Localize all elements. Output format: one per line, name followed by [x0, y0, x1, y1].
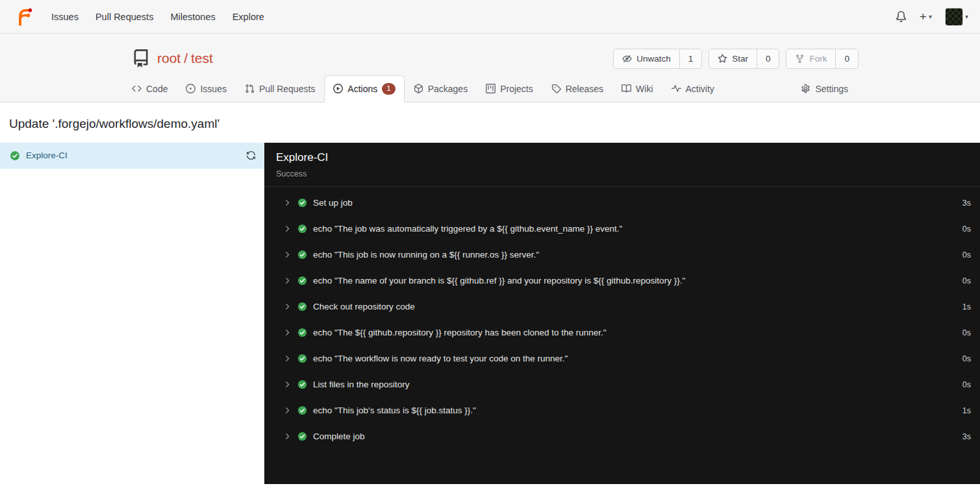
step-row[interactable]: Complete job 3s	[264, 424, 980, 450]
book-icon	[622, 84, 631, 93]
unwatch-label: Unwatch	[636, 54, 671, 64]
chevron-right-icon[interactable]	[283, 328, 292, 337]
play-circle-icon	[333, 84, 343, 93]
step-name: Set up job	[313, 198, 353, 208]
chevron-right-icon[interactable]	[283, 302, 292, 311]
step-row[interactable]: List files in the repository 0s	[264, 372, 980, 398]
package-icon	[414, 84, 423, 93]
step-list: Set up job 3s echo "The job was automati…	[264, 187, 980, 450]
notifications-button[interactable]	[896, 11, 907, 22]
avatar	[945, 8, 963, 26]
star-button-group: Star 0	[709, 49, 779, 69]
check-circle-icon	[297, 302, 307, 311]
step-row[interactable]: Set up job 3s	[264, 190, 980, 216]
tab-releases[interactable]: Releases	[542, 76, 612, 102]
chevron-right-icon[interactable]	[283, 199, 292, 207]
log-job-status: Success	[276, 169, 968, 178]
top-navbar: Issues Pull Requests Milestones Explore …	[0, 0, 980, 34]
chevron-right-icon[interactable]	[283, 380, 292, 389]
caret-down-icon: ▾	[965, 13, 968, 20]
stars-count[interactable]: 0	[757, 49, 779, 68]
check-circle-icon	[297, 224, 307, 234]
star-button[interactable]: Star	[709, 49, 757, 68]
tab-projects[interactable]: Projects	[477, 76, 542, 102]
step-row[interactable]: Check out repository code 1s	[264, 294, 980, 320]
repo-path-separator: /	[181, 51, 191, 66]
step-duration: 3s	[962, 199, 971, 208]
repo-name-link[interactable]: test	[191, 51, 213, 66]
tag-icon	[551, 84, 561, 93]
step-duration: 1s	[962, 302, 971, 311]
plus-icon: +	[920, 10, 927, 23]
repo-action-buttons: Unwatch 1 Star 0	[613, 49, 859, 69]
caret-down-icon: ▾	[929, 13, 932, 20]
step-name: echo "This job is now running on a ${{ r…	[313, 250, 539, 260]
step-duration: 0s	[962, 225, 971, 234]
eye-slash-icon	[622, 54, 632, 64]
step-row[interactable]: echo "The workflow is now ready to test …	[264, 346, 980, 372]
job-list-item[interactable]: Explore-CI	[0, 143, 264, 169]
tab-wiki[interactable]: Wiki	[612, 76, 662, 102]
chevron-right-icon[interactable]	[283, 354, 292, 363]
step-row[interactable]: echo "This job is now running on a ${{ r…	[264, 242, 980, 268]
code-icon	[132, 84, 142, 93]
actions-count-badge: 1	[382, 83, 395, 95]
step-row[interactable]: echo "This job's status is ${{ job.statu…	[264, 398, 980, 424]
log-job-title: Explore-CI	[276, 151, 968, 164]
check-circle-icon	[297, 198, 307, 208]
step-name: echo "The job was automatically triggere…	[313, 224, 622, 234]
tab-actions[interactable]: Actions 1	[324, 75, 404, 103]
forgejo-logo[interactable]	[14, 7, 34, 27]
gear-icon	[801, 84, 810, 93]
tab-settings[interactable]: Settings	[792, 76, 857, 102]
fork-button[interactable]: Fork	[786, 49, 835, 68]
issue-opened-icon	[186, 84, 195, 93]
step-row[interactable]: echo "The ${{ github.repository }} repos…	[264, 320, 980, 346]
repo-breadcrumb: root/test	[157, 51, 213, 66]
step-row[interactable]: echo "The job was automatically triggere…	[264, 216, 980, 242]
step-name: echo "The ${{ github.repository }} repos…	[313, 328, 607, 337]
chevron-right-icon[interactable]	[283, 276, 292, 285]
unwatch-button[interactable]: Unwatch	[614, 49, 679, 68]
rerun-icon[interactable]	[246, 151, 256, 160]
check-circle-icon	[297, 276, 307, 286]
chevron-right-icon[interactable]	[283, 225, 292, 233]
check-circle-icon	[297, 250, 307, 260]
job-sidebar: Explore-CI	[0, 143, 264, 484]
chevron-right-icon[interactable]	[283, 250, 292, 259]
project-board-icon	[486, 84, 496, 93]
check-circle-icon	[10, 151, 20, 161]
step-row[interactable]: echo "The name of your branch is ${{ git…	[264, 268, 980, 294]
step-duration: 3s	[962, 432, 971, 441]
fork-icon	[795, 54, 805, 64]
tab-pull-requests[interactable]: Pull Requests	[236, 76, 324, 102]
repo-owner-link[interactable]: root	[157, 51, 181, 66]
tab-packages[interactable]: Packages	[405, 76, 477, 102]
chevron-right-icon[interactable]	[283, 406, 292, 415]
check-circle-icon	[297, 431, 307, 441]
tab-code[interactable]: Code	[123, 76, 177, 102]
check-circle-icon	[297, 354, 307, 363]
step-duration: 0s	[962, 354, 971, 363]
repo-icon	[132, 49, 150, 67]
step-name: echo "The name of your branch is ${{ git…	[313, 276, 685, 286]
create-new-button[interactable]: + ▾	[920, 10, 932, 23]
user-menu[interactable]: ▾	[945, 8, 968, 26]
watchers-count[interactable]: 1	[679, 49, 702, 68]
forks-count[interactable]: 0	[835, 49, 858, 68]
unwatch-button-group: Unwatch 1	[613, 49, 702, 69]
chevron-right-icon[interactable]	[283, 432, 292, 441]
step-duration: 0s	[962, 250, 971, 260]
nav-item-explore[interactable]: Explore	[224, 6, 273, 27]
git-pull-request-icon	[245, 84, 255, 93]
tab-activity[interactable]: Activity	[662, 76, 723, 102]
nav-item-issues[interactable]: Issues	[43, 6, 87, 27]
star-icon	[718, 54, 727, 64]
nav-item-milestones[interactable]: Milestones	[162, 6, 223, 27]
repo-tabs: Code Issues Pull Requests Actions 1 Pack…	[121, 75, 859, 102]
step-name: Complete job	[313, 431, 365, 441]
log-header: Explore-CI Success	[264, 143, 980, 187]
nav-item-pull-requests[interactable]: Pull Requests	[87, 6, 162, 27]
pulse-icon	[672, 84, 681, 93]
tab-issues[interactable]: Issues	[177, 76, 235, 102]
